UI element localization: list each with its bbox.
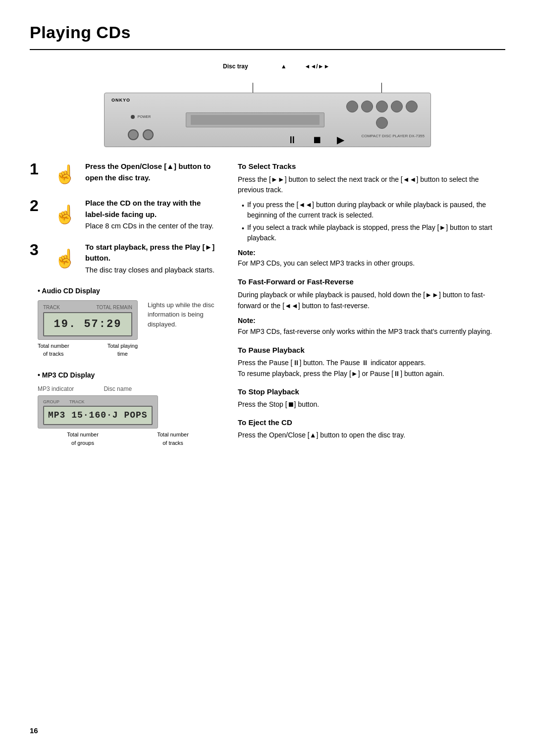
stop-symbol: ⏹ xyxy=(312,132,322,147)
dial-1 xyxy=(128,129,139,140)
tray-arrow-line xyxy=(253,83,253,93)
step-2-detail: Place 8 cm CDs in the center of the tray… xyxy=(85,221,218,232)
audio-left-top: Total number xyxy=(38,342,69,350)
mp3-right-bottom: of tracks xyxy=(162,439,183,447)
title-divider xyxy=(30,49,505,50)
select-tracks-bullet-2: • If you select a track while playback i… xyxy=(242,222,505,243)
eject-arrow: ▲ xyxy=(281,62,287,71)
btn-1 xyxy=(346,101,358,112)
mp3-cd-bullet: • MP3 CD Display xyxy=(38,370,218,380)
audio-right-bottom: time xyxy=(117,350,128,358)
audio-cd-bullet-text: Audio CD Display xyxy=(42,287,100,295)
step-1: 1 ☝ Press the Open/Close [▲] button to o… xyxy=(30,161,218,188)
device-diagram: ONKYO POWER xyxy=(30,83,505,147)
mp3-left-bottom: of groups xyxy=(71,439,94,447)
audio-cd-bullet: • Audio CD Display xyxy=(38,286,218,296)
audio-cd-left-label: Total number of tracks xyxy=(38,342,69,358)
cd-right-panel: COMPACT DISC PLAYER DX-7355 xyxy=(337,98,427,142)
stop-playback-body: Press the Stop [⏹] button. xyxy=(238,399,505,410)
section-fast-forward: To Fast-Forward or Fast-Reverse During p… xyxy=(238,276,505,336)
mp3-right-top: Total number xyxy=(157,431,189,439)
tray-slot xyxy=(186,112,324,127)
audio-cd-screen-value: 19. 57:29 xyxy=(43,312,132,336)
step-3-title: To start playback, press the Play [►] bu… xyxy=(85,243,214,263)
audio-left-bottom: of tracks xyxy=(43,350,64,358)
btn-6 xyxy=(376,117,388,129)
eject-cd-title: To Eject the CD xyxy=(238,417,505,429)
step-3: 3 ☝ To start playback, press the Play [►… xyxy=(30,242,218,276)
disc-tray-text: Disc tray xyxy=(223,62,248,71)
mp3-top-labels: MP3 indicator Disc name xyxy=(38,384,218,393)
mp3-left-top: Total number xyxy=(67,431,99,439)
disc-tray-label: Disc tray ▲ ◄◄/►► xyxy=(223,62,329,71)
section-eject-cd: To Eject the CD Press the Open/Close [▲]… xyxy=(238,417,505,441)
cd-player-body: ONKYO POWER xyxy=(104,93,431,147)
audio-cd-labels: Total number of tracks Total playing tim… xyxy=(38,342,138,358)
mp3-screen-value: MP3 15·160·J POPS xyxy=(43,406,153,425)
select-tracks-bullet-2-text: If you select a track while playback is … xyxy=(247,222,505,243)
mp3-screen-top: GROUPTRACK xyxy=(43,399,153,406)
pause-playback-title: To Pause Playback xyxy=(238,345,505,356)
step-3-icon: ☝ xyxy=(53,242,77,276)
btn-5 xyxy=(406,101,418,112)
mp3-indicator-label: MP3 indicator xyxy=(38,384,74,393)
main-content: 1 ☝ Press the Open/Close [▲] button to o… xyxy=(30,161,505,459)
play-symbol: ▶ xyxy=(337,132,344,147)
skip-arrow-line xyxy=(381,83,382,93)
section-stop-playback: To Stop Playback Press the Stop [⏹] butt… xyxy=(238,386,505,410)
step-2-number: 2 xyxy=(30,198,45,232)
select-tracks-title: To Select Tracks xyxy=(238,161,505,172)
mp3-cd-bullet-text: MP3 CD Display xyxy=(42,371,95,379)
disc-name-label: Disc name xyxy=(104,384,132,393)
select-tracks-bullet-1-text: If you press the [◄◄] button during play… xyxy=(247,200,505,220)
page-number: 16 xyxy=(30,725,38,737)
section-pause-playback: To Pause Playback Press the Pause [⏸] bu… xyxy=(238,345,505,379)
step-2-icon: ☝ xyxy=(53,198,77,232)
audio-cd-screen-container: TRACKTOTAL REMAIN 19. 57:29 Total number… xyxy=(38,300,138,358)
mp3-cd-labels: Total number of groups Total number of t… xyxy=(38,431,218,447)
step-2: 2 ☝ Place the CD on the tray with the la… xyxy=(30,198,218,232)
fast-forward-note: For MP3 CDs, fast-reverse only works wit… xyxy=(238,326,505,337)
mp3-left-label: Total number of groups xyxy=(67,431,99,447)
btn-4 xyxy=(391,101,403,112)
bottom-controls: ⏸ ⏹ ▶ xyxy=(287,132,344,147)
select-tracks-body: Press the [►►] button to select the next… xyxy=(238,174,505,196)
mp3-cd-display-section: • MP3 CD Display MP3 indicator Disc name… xyxy=(38,370,218,447)
pause-playback-body: Press the Pause [⏸] button. The Pause ⏸ … xyxy=(238,358,505,379)
select-tracks-bullet-1: • If you press the [◄◄] button during pl… xyxy=(242,200,505,220)
step-1-number: 1 xyxy=(30,161,45,188)
page-title: Playing CDs xyxy=(30,20,505,45)
btn-3 xyxy=(376,101,388,112)
dial-2 xyxy=(143,129,154,140)
skip-label: ◄◄/►► xyxy=(305,62,330,71)
pause-symbol: ⏸ xyxy=(287,132,297,147)
audio-cd-screen-top: TRACKTOTAL REMAIN xyxy=(43,304,132,311)
select-tracks-note: For MP3 CDs, you can select MP3 tracks i… xyxy=(238,258,505,269)
btn-2 xyxy=(361,101,373,112)
mp3-right-label: Total number of tracks xyxy=(157,431,189,447)
left-column: 1 ☝ Press the Open/Close [▲] button to o… xyxy=(30,161,218,459)
step-2-title: Place the CD on the tray with the label-… xyxy=(85,199,201,218)
audio-right-top: Total playing xyxy=(107,342,138,350)
audio-cd-info: Lights up while the disc information is … xyxy=(148,300,218,329)
section-select-tracks: To Select Tracks Press the [►►] button t… xyxy=(238,161,505,269)
diagram-top-labels: Disc tray ▲ ◄◄/►► xyxy=(94,62,441,82)
audio-cd-display-section: • Audio CD Display TRACKTOTAL REMAIN 19.… xyxy=(38,286,218,358)
hand-icon-2: ☝ xyxy=(54,201,76,228)
fast-forward-note-label: Note: xyxy=(238,317,256,324)
stop-playback-title: To Stop Playback xyxy=(238,386,505,398)
brand-label: ONKYO xyxy=(111,97,130,104)
hand-icon-3: ☝ xyxy=(54,245,76,272)
fast-forward-body: During playback or while playback is pau… xyxy=(238,290,505,311)
hand-icon-1: ☝ xyxy=(54,161,76,188)
step-3-number: 3 xyxy=(30,242,45,276)
audio-cd-display-row: TRACKTOTAL REMAIN 19. 57:29 Total number… xyxy=(38,300,218,358)
mp3-cd-screen-container: GROUPTRACK MP3 15·160·J POPS Total numbe… xyxy=(38,395,218,447)
eject-cd-body: Press the Open/Close [▲] button to open … xyxy=(238,430,505,441)
step-1-content: Press the Open/Close [▲] button to open … xyxy=(85,161,218,188)
audio-cd-right-label: Total playing time xyxy=(107,342,138,358)
select-tracks-note-label: Note: xyxy=(238,249,256,257)
fast-forward-title: To Fast-Forward or Fast-Reverse xyxy=(238,276,505,288)
step-1-title: Press the Open/Close [▲] button to open … xyxy=(85,162,211,182)
right-column: To Select Tracks Press the [►►] button t… xyxy=(238,161,505,459)
